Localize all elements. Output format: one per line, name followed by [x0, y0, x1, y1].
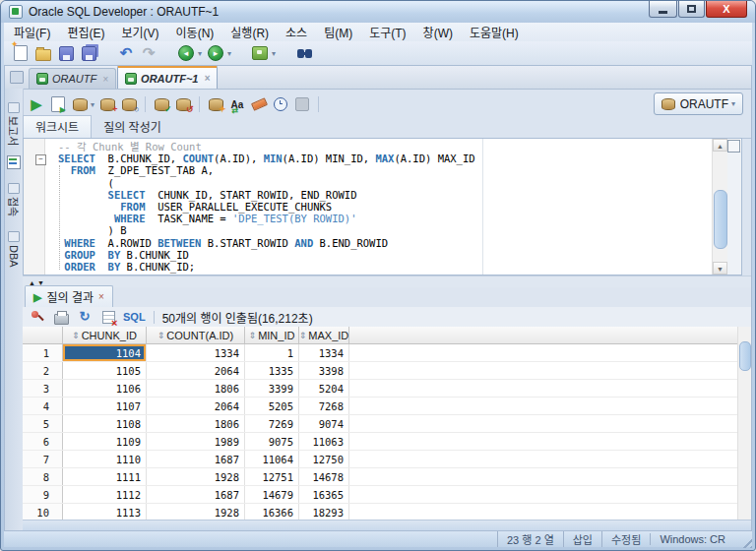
grid-cell[interactable]: 9074: [299, 415, 349, 432]
grid-cell[interactable]: 1806: [147, 415, 245, 432]
commit-button[interactable]: ✓: [153, 95, 170, 113]
row-number-cell[interactable]: 7: [23, 451, 63, 467]
grid-cell[interactable]: 1110: [63, 451, 147, 467]
pin-button[interactable]: [29, 308, 46, 326]
back-button[interactable]: ◂: [177, 44, 195, 62]
grid-cell[interactable]: 12751: [245, 468, 299, 485]
sql-history-button[interactable]: [272, 95, 289, 113]
row-number-cell[interactable]: 10: [23, 504, 63, 520]
editor-split-button[interactable]: [727, 140, 740, 153]
menu-item[interactable]: 도구(T): [369, 24, 406, 40]
refresh-button[interactable]: ↻: [76, 308, 94, 326]
dock-tab-reports[interactable]: 보고서: [5, 102, 23, 146]
grid-cell[interactable]: 1334: [299, 344, 349, 361]
new-file-button[interactable]: [12, 44, 30, 62]
case-toggle-button[interactable]: Aa: [228, 95, 246, 113]
grid-cell[interactable]: 18293: [299, 504, 349, 520]
connection-selector[interactable]: ORAUTF ▾: [654, 92, 743, 115]
dock-tab-connections[interactable]: 접속: [5, 183, 23, 216]
grid-cell[interactable]: 1687: [147, 486, 245, 503]
document-tab-orautf~1[interactable]: ORAUTF~1×: [117, 65, 218, 89]
row-number-cell[interactable]: 4: [23, 398, 63, 414]
query-explain-button[interactable]: ○: [120, 95, 138, 113]
grid-cell[interactable]: 2064: [147, 398, 245, 414]
grid-cell[interactable]: 1113: [63, 504, 147, 520]
grid-vertical-scrollbar[interactable]: [737, 327, 751, 524]
save-button[interactable]: [57, 44, 75, 62]
sql-code[interactable]: -- 각 Chunk 별 Row CountSELECT B.CHUNK_ID,…: [45, 141, 710, 273]
grid-cell[interactable]: 11063: [299, 433, 349, 450]
row-number-cell[interactable]: 5: [23, 415, 63, 432]
delete-result-button[interactable]: [99, 308, 117, 326]
grid-cell[interactable]: 16365: [299, 486, 349, 503]
dock-menu-icon[interactable]: [10, 71, 24, 84]
rollback-button[interactable]: ↺: [174, 95, 192, 113]
grid-cell[interactable]: 1334: [147, 344, 245, 361]
scroll-up-arrow[interactable]: ▲: [713, 139, 727, 152]
grid-cell[interactable]: 1: [245, 344, 299, 361]
grid-cell[interactable]: 1109: [63, 433, 147, 450]
grid-cell[interactable]: 3398: [299, 362, 349, 379]
editor-vertical-scrollbar[interactable]: ▲ ▼: [712, 139, 727, 275]
grid-cell[interactable]: 5205: [245, 398, 299, 414]
menu-item[interactable]: 실행(R): [230, 24, 269, 40]
title-bar[interactable]: Oracle SQL Developer : ORAUTF~1 X: [1, 1, 755, 23]
grid-cell[interactable]: 9075: [245, 433, 299, 450]
grid-cell[interactable]: 1335: [245, 362, 299, 379]
row-number-cell[interactable]: 9: [23, 486, 63, 503]
tab-close-icon[interactable]: ×: [102, 74, 108, 85]
save-all-button[interactable]: [80, 44, 97, 62]
grid-cell[interactable]: 16366: [245, 504, 299, 520]
row-number-cell[interactable]: 2: [23, 362, 63, 379]
grid-cell[interactable]: 1928: [147, 504, 245, 520]
grid-cell[interactable]: 1108: [63, 415, 147, 432]
grid-cell[interactable]: 1112: [63, 486, 147, 503]
sql-editor[interactable]: − -- 각 Chunk 별 Row CountSELECT B.CHUNK_I…: [23, 138, 742, 276]
autotrace-button[interactable]: +: [98, 95, 116, 113]
grid-cell[interactable]: 14678: [299, 468, 349, 485]
grid-cell[interactable]: 3399: [245, 380, 299, 397]
document-tab-orautf[interactable]: ORAUTF×: [29, 68, 116, 89]
menu-item[interactable]: 창(W): [423, 24, 453, 40]
grid-cell[interactable]: 1928: [147, 468, 245, 485]
grid-cell[interactable]: 1104: [63, 344, 147, 361]
forward-button[interactable]: ▸: [207, 44, 224, 62]
menu-item[interactable]: 보기(V): [121, 24, 158, 40]
run-statement-button[interactable]: ▶: [28, 95, 45, 113]
back-dropdown[interactable]: ▾: [198, 49, 202, 58]
scroll-down-arrow[interactable]: ▼: [713, 262, 727, 275]
clear-button[interactable]: [250, 95, 268, 113]
print-button[interactable]: [52, 308, 70, 326]
grid-horizontal-scrollbar[interactable]: [23, 520, 751, 530]
menu-item[interactable]: 이동(N): [176, 24, 215, 40]
close-button[interactable]: X: [706, 1, 747, 18]
column-header-count-a-id-[interactable]: ⇕COUNT(A.ID): [147, 327, 245, 343]
minimize-button[interactable]: [649, 1, 677, 18]
run-script-button[interactable]: ▶: [49, 95, 67, 113]
tab-close-icon[interactable]: ×: [204, 73, 210, 84]
grid-cell[interactable]: 12750: [299, 451, 349, 467]
connections-button[interactable]: [251, 44, 269, 62]
explain-plan-dropdown[interactable]: ▾: [91, 100, 94, 109]
grid-cell[interactable]: 1107: [63, 398, 147, 414]
grid-cell[interactable]: 1105: [63, 362, 147, 379]
row-number-cell[interactable]: 1: [23, 344, 63, 361]
grid-cell[interactable]: 14679: [245, 486, 299, 503]
menu-item[interactable]: 파일(F): [14, 24, 50, 40]
grid-cell[interactable]: 11064: [245, 451, 299, 467]
unshared-worksheet-button[interactable]: ✦: [207, 95, 224, 113]
explain-plan-button[interactable]: [71, 95, 89, 113]
column-header-chunk-id[interactable]: ⇕CHUNK_ID: [63, 327, 147, 343]
grid-cell[interactable]: 1989: [147, 433, 245, 450]
search-button[interactable]: [295, 44, 313, 62]
menu-item[interactable]: 도움말(H): [470, 24, 519, 40]
redo-button[interactable]: ↷: [140, 44, 158, 62]
menu-item[interactable]: 소스: [285, 24, 307, 40]
row-number-cell[interactable]: 3: [23, 380, 63, 397]
grid-cell[interactable]: 5204: [299, 380, 349, 397]
grid-cell[interactable]: 2064: [147, 362, 245, 379]
subtab-worksheet[interactable]: 워크시트: [23, 115, 92, 138]
forward-dropdown[interactable]: ▾: [227, 49, 231, 58]
grid-cell[interactable]: 1111: [63, 468, 147, 485]
grid-scrollbar-thumb[interactable]: [739, 341, 751, 371]
